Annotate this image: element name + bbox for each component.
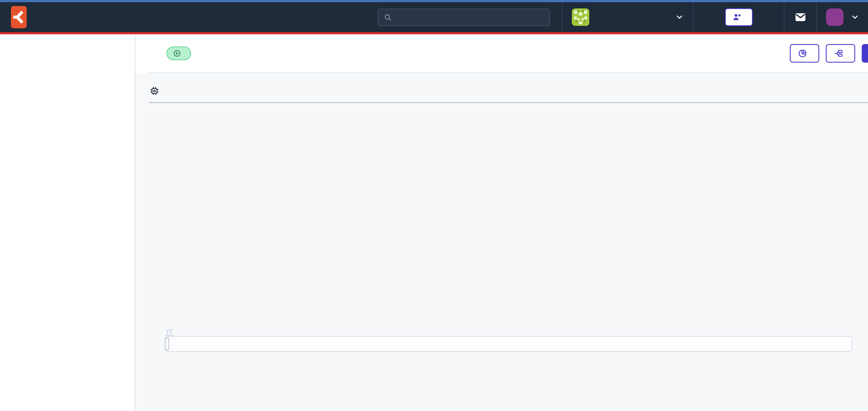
grip-icon [172, 331, 174, 335]
search-icon [383, 13, 392, 22]
cpu-line-chart [165, 110, 868, 322]
mail-section [784, 2, 816, 32]
invite-section [693, 2, 784, 32]
cpu-chart [165, 110, 868, 323]
grip-icon [165, 331, 166, 335]
actions-button[interactable] [862, 44, 868, 63]
mail-icon[interactable] [794, 11, 807, 24]
top-accent-strip [0, 0, 868, 2]
dashboard-button[interactable] [790, 44, 819, 63]
chevron-down-icon [675, 13, 684, 22]
team-selector[interactable] [562, 2, 693, 32]
panel-title [149, 85, 165, 96]
brand-accent-strip [0, 32, 868, 34]
navbar-right [562, 2, 868, 32]
main-area [135, 34, 868, 411]
team-texts [595, 16, 669, 18]
brush-minichart-selected [165, 336, 852, 352]
brush-drag-bar[interactable] [165, 329, 174, 336]
performance-panel [135, 73, 868, 352]
header-buttons [790, 44, 868, 63]
grip-icon [168, 331, 170, 335]
status-badge [166, 46, 191, 60]
brush-right-handle[interactable] [165, 338, 169, 350]
open-editor-button[interactable] [826, 44, 855, 63]
panel-header [149, 85, 868, 96]
instance-header [135, 34, 868, 73]
chevron-down-icon [850, 13, 859, 22]
user-menu[interactable] [816, 2, 868, 32]
navbar [0, 2, 868, 32]
pie-chart-icon [798, 48, 808, 58]
node-red-editor-icon [834, 48, 843, 58]
search-input[interactable] [396, 13, 544, 22]
flowfuse-logo-icon [11, 6, 27, 28]
invite-members-button[interactable] [725, 8, 753, 26]
panel-divider [149, 102, 868, 103]
time-range-brush [165, 329, 852, 352]
play-circle-icon [173, 49, 181, 58]
breadcrumb [149, 44, 868, 63]
sidebar [0, 34, 135, 411]
avatar[interactable] [826, 8, 843, 26]
user-plus-icon [732, 12, 742, 22]
team-search[interactable] [378, 9, 550, 26]
team-avatar [572, 8, 589, 26]
brand[interactable] [11, 6, 34, 28]
cpu-chip-icon [149, 85, 160, 96]
